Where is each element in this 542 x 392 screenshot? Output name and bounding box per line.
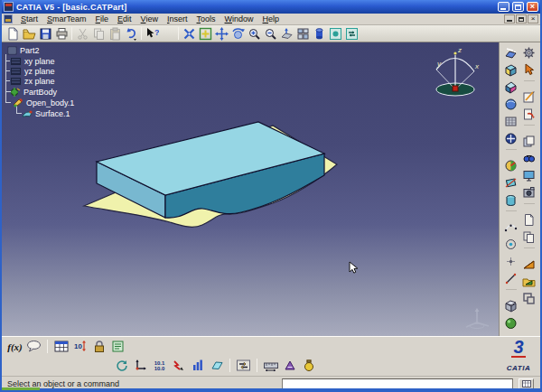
trim-icon[interactable]: [504, 193, 518, 207]
tree-label[interactable]: zx plane: [24, 77, 55, 86]
part-geometry[interactable]: [2, 42, 499, 336]
plane-button[interactable]: [209, 358, 224, 373]
menu-window[interactable]: Window: [220, 14, 258, 23]
delete-useless-button[interactable]: [171, 358, 186, 373]
equivalent-dimensions-button[interactable]: 10: [72, 339, 88, 354]
menu-insert[interactable]: Insert: [163, 14, 192, 23]
tree-label[interactable]: Open_body.1: [26, 98, 74, 107]
measure-inertia-button[interactable]: [301, 358, 316, 373]
pan-button[interactable]: [213, 26, 229, 42]
swap-visible-space-button[interactable]: [236, 358, 251, 373]
extrude-surface-icon[interactable]: [504, 63, 518, 77]
save-button[interactable]: [37, 26, 53, 42]
shading-button[interactable]: [311, 26, 327, 42]
menu-smarteam[interactable]: SmarTeam: [42, 14, 91, 23]
tree-node-part2[interactable]: Part2: [7, 45, 40, 55]
mean-dimensions-button[interactable]: 10.110.0: [152, 358, 167, 373]
knowledge-inspector-button[interactable]: [110, 339, 126, 354]
comment-button[interactable]: [26, 339, 42, 354]
healing-icon[interactable]: [504, 159, 518, 173]
fit-all-in-button[interactable]: [197, 26, 213, 42]
minimize-button[interactable]: [498, 2, 509, 12]
fly-mode-button[interactable]: [181, 26, 197, 42]
hide-show-button[interactable]: [327, 26, 343, 42]
compass[interactable]: z y x: [428, 44, 482, 100]
axis-system-button[interactable]: [133, 358, 148, 373]
cut-button[interactable]: [74, 26, 90, 42]
tree-node-partbody[interactable]: PartBody: [10, 87, 57, 97]
title-bar[interactable]: CATIA V5 - [basic.CATPart] ×: [2, 0, 540, 14]
windows-icon[interactable]: [522, 292, 536, 305]
child-restore-button[interactable]: [516, 14, 527, 23]
gear-icon[interactable]: [522, 46, 536, 60]
tree-label[interactable]: PartBody: [23, 88, 57, 97]
menu-help[interactable]: Help: [258, 14, 285, 23]
wedge-icon[interactable]: [522, 257, 536, 271]
extract-icon[interactable]: [504, 238, 518, 251]
swap-visible-space-button[interactable]: [343, 26, 360, 42]
apply-material-icon[interactable]: [504, 316, 518, 330]
tree-label[interactable]: Surface.1: [35, 109, 70, 118]
rotate-button[interactable]: [229, 26, 246, 42]
sheet-icon[interactable]: [522, 213, 536, 227]
compass-handle[interactable]: [453, 51, 456, 54]
join-icon[interactable]: [504, 132, 518, 145]
child-minimize-button[interactable]: [504, 14, 515, 23]
design-table-button[interactable]: [53, 339, 69, 354]
tree-node-yz-plane[interactable]: yz plane: [10, 66, 55, 76]
document-icon[interactable]: [4, 14, 13, 23]
create-multi-view-button[interactable]: [294, 26, 311, 42]
blend-surface-icon[interactable]: [504, 98, 518, 111]
line-icon[interactable]: [504, 272, 518, 285]
child-close-button[interactable]: ×: [528, 14, 538, 23]
exit-workbench-icon[interactable]: [522, 107, 536, 121]
update-button[interactable]: [114, 358, 129, 373]
undo-button[interactable]: [123, 26, 139, 42]
boundary-icon[interactable]: [504, 220, 518, 234]
sweep-surface-icon[interactable]: [504, 46, 518, 60]
print-button[interactable]: [53, 26, 70, 42]
loft-surface-icon[interactable]: [504, 80, 518, 94]
split-icon[interactable]: [504, 176, 518, 190]
close-button[interactable]: ×: [527, 2, 538, 12]
menu-edit[interactable]: Edit: [113, 14, 136, 23]
folder-wedge-icon[interactable]: [522, 275, 536, 288]
screen-icon[interactable]: [522, 169, 536, 182]
tree-label[interactable]: yz plane: [24, 67, 55, 76]
tree-node-open-body[interactable]: Open_body.1: [13, 98, 74, 107]
tree-label[interactable]: xy plane: [24, 57, 55, 66]
new-document-button[interactable]: [5, 26, 21, 42]
extrapolate-icon[interactable]: [504, 299, 518, 313]
zoom-out-button[interactable]: [262, 26, 278, 42]
copy-sheet-icon[interactable]: [522, 230, 536, 244]
menu-view[interactable]: View: [136, 14, 163, 23]
menu-tools[interactable]: Tools: [192, 14, 220, 23]
paste-button[interactable]: [107, 26, 123, 42]
compass-anchor[interactable]: [453, 86, 458, 91]
sketcher-icon[interactable]: [522, 90, 536, 104]
3d-viewport[interactable]: Part2 xy plane yz plane zx plane PartBod…: [2, 42, 499, 336]
open-button[interactable]: [21, 26, 37, 42]
copy-button[interactable]: [90, 26, 107, 42]
menu-file[interactable]: File: [91, 14, 114, 23]
zoom-in-button[interactable]: [246, 26, 262, 42]
pattern-icon[interactable]: [504, 115, 518, 128]
normal-view-button[interactable]: [278, 26, 294, 42]
lock-button[interactable]: [91, 339, 107, 354]
whats-this-button[interactable]: ?: [144, 26, 160, 42]
quick-view-icon[interactable]: [522, 186, 536, 200]
tree-node-surface[interactable]: Surface.1: [22, 108, 70, 118]
tree-node-xy-plane[interactable]: xy plane: [10, 56, 55, 66]
maximize-button[interactable]: [512, 2, 524, 12]
layers-icon[interactable]: [522, 135, 536, 148]
measure-between-button[interactable]: [263, 358, 278, 373]
select-pointer-icon[interactable]: [522, 63, 536, 77]
measure-item-button[interactable]: [282, 358, 297, 373]
tree-node-zx-plane[interactable]: zx plane: [10, 76, 55, 86]
menu-start[interactable]: Start: [16, 14, 42, 23]
point-icon[interactable]: [504, 255, 518, 268]
formula-button[interactable]: f(x): [7, 339, 23, 354]
search-icon[interactable]: [522, 152, 536, 165]
historical-graph-button[interactable]: [190, 358, 205, 373]
tree-label[interactable]: Part2: [20, 46, 40, 55]
